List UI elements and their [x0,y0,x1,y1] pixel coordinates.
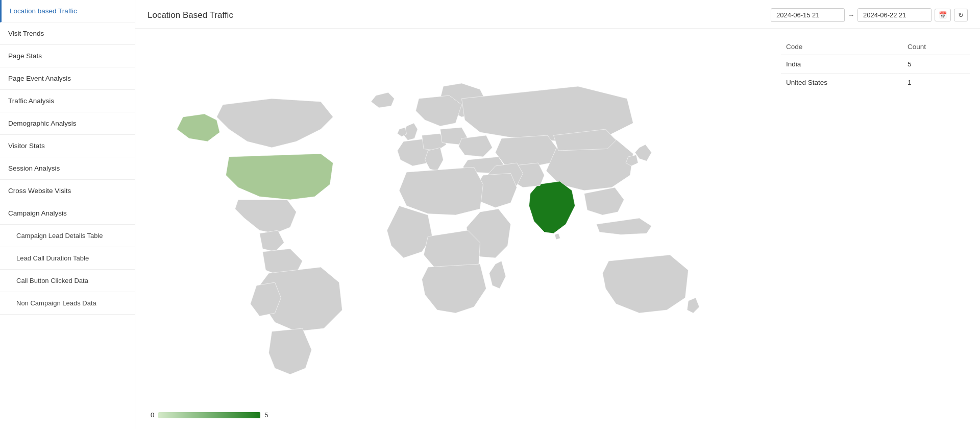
sidebar-item-campaign-analysis[interactable]: Campaign Analysis [0,202,135,225]
table-row: United States1 [781,74,970,92]
sidebar-item-demographic-analysis[interactable]: Demographic Analysis [0,112,135,135]
calendar-button[interactable]: 📅 [935,9,951,21]
col-code-header: Code [781,39,902,55]
legend-gradient-bar [158,412,260,418]
cell-code: United States [781,74,902,92]
sidebar-item-session-analysis[interactable]: Session Analysis [0,157,135,180]
table-row: India5 [781,55,970,74]
world-map [140,68,771,374]
legend-min: 0 [151,411,154,419]
sidebar-item-traffic-analysis[interactable]: Traffic Analysis [0,90,135,112]
sidebar-item-call-button-clicked[interactable]: Call Button Clicked Data [0,270,135,292]
sidebar-item-campaign-lead-details[interactable]: Campaign Lead Details Table [0,225,135,247]
date-range-container: → 📅 ↻ [771,8,968,22]
refresh-button[interactable]: ↻ [954,9,968,21]
header: Location Based Traffic → 📅 ↻ [135,0,980,29]
sidebar-item-page-event-analysis[interactable]: Page Event Analysis [0,67,135,90]
sidebar-item-lead-call-duration[interactable]: Lead Call Duration Table [0,247,135,270]
date-to-input[interactable] [857,8,932,22]
main-content: Location Based Traffic → 📅 ↻ [135,0,980,429]
sidebar-item-non-campaign-leads[interactable]: Non Campaign Leads Data [0,292,135,315]
page-title: Location Based Traffic [148,10,233,20]
sidebar-item-page-stats[interactable]: Page Stats [0,45,135,67]
date-from-input[interactable] [771,8,845,22]
sidebar: Location based TrafficVisit TrendsPage S… [0,0,135,429]
sidebar-item-location-based-traffic[interactable]: Location based Traffic [0,0,135,22]
cell-count: 5 [902,55,970,74]
col-count-header: Count [902,39,970,55]
date-arrow: → [848,11,854,19]
location-data-table: Code Count India5United States1 [781,39,970,91]
content-area: 0 5 Code Count India5United States1 [135,29,980,429]
sidebar-item-cross-website-visits[interactable]: Cross Website Visits [0,180,135,202]
table-area: Code Count India5United States1 [776,29,980,429]
sidebar-item-visit-trends[interactable]: Visit Trends [0,22,135,45]
cell-count: 1 [902,74,970,92]
table-body: India5United States1 [781,55,970,92]
legend-max: 5 [264,411,268,419]
map-legend: 0 5 [151,411,268,419]
cell-code: India [781,55,902,74]
sidebar-item-visitor-stats[interactable]: Visitor Stats [0,135,135,157]
map-area: 0 5 [135,29,776,429]
